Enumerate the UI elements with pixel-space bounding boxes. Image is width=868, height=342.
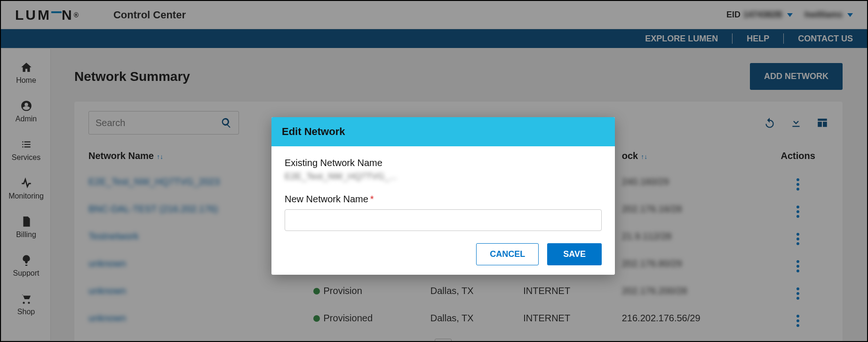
save-button[interactable]: SAVE (547, 243, 602, 265)
new-name-label: New Network Name* (285, 194, 602, 205)
existing-name-value: E2E_Test_NW_HQ7TVG_... (285, 171, 602, 182)
edit-network-modal: Edit Network Existing Network Name E2E_T… (271, 117, 615, 275)
existing-name-label: Existing Network Name (285, 158, 602, 168)
new-name-input[interactable] (285, 209, 602, 231)
cancel-button[interactable]: CANCEL (476, 243, 539, 265)
modal-title: Edit Network (271, 117, 615, 146)
